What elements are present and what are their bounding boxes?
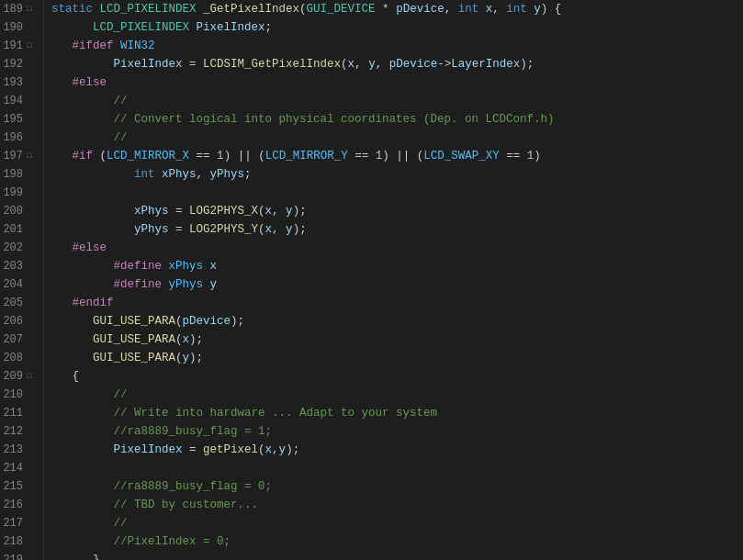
line-number: 209□ <box>0 367 39 386</box>
token-plain: , <box>272 443 279 456</box>
token-plain: ) { <box>541 3 562 16</box>
token-cmt: // <box>114 131 128 144</box>
token-param: x <box>210 260 218 273</box>
code-line: GUI_USE_PARA(x); <box>51 330 743 349</box>
token-param: pDevice <box>183 315 231 328</box>
line-number: 212 <box>0 422 39 441</box>
token-op: == <box>197 150 210 162</box>
token-macro: LCD_MIRROR_Y <box>265 150 348 162</box>
token-preproc: #define <box>114 278 163 291</box>
token-param: pDevice <box>396 3 445 16</box>
token-param: y <box>368 58 376 71</box>
token-param: yPhys <box>210 168 245 181</box>
token-plain: = <box>183 443 204 456</box>
token-param: xPhys <box>162 168 197 181</box>
token-plain: ( <box>258 223 265 236</box>
token-param: LayerIndex <box>451 58 520 71</box>
token-plain: } <box>93 554 100 560</box>
token-plain <box>189 21 197 34</box>
line-number: 195 <box>0 110 39 129</box>
token-plain: = <box>169 205 190 218</box>
token-fn: getPixel <box>203 443 258 456</box>
line-number: 202 <box>0 239 39 257</box>
token-macro: yPhys <box>169 278 204 291</box>
fold-icon[interactable]: □ <box>25 151 34 161</box>
line-number: 189□ <box>0 0 39 18</box>
line-number: 219 <box>0 551 39 560</box>
code-line: #define xPhys x <box>51 257 743 275</box>
code-content: static LCD_PIXELINDEX _GetPixelIndex(GUI… <box>44 0 743 560</box>
token-plain <box>162 260 169 273</box>
code-line: PixelIndex = LCDSIM_GetPixelIndex(x, y, … <box>51 55 743 73</box>
code-line: GUI_USE_PARA(pDevice); <box>51 312 743 330</box>
token-kw: int <box>458 3 486 16</box>
token-plain: = <box>169 223 190 236</box>
code-line: #endif <box>51 294 743 312</box>
token-kw: int <box>134 168 162 181</box>
token-param: x <box>348 58 355 71</box>
token-plain: ( <box>258 205 265 218</box>
code-line: // TBD by customer... <box>51 496 743 514</box>
code-line: xPhys = LOG2PHYS_X(x, y); <box>51 202 743 220</box>
code-line <box>51 459 743 477</box>
line-number: 194 <box>0 92 39 110</box>
fold-icon[interactable]: □ <box>25 372 34 381</box>
token-param: x <box>265 443 273 456</box>
token-cmt: //ra8889_busy_flag = 1; <box>114 425 273 438</box>
token-fn: GUI_USE_PARA <box>93 352 175 364</box>
code-line: PixelIndex = getPixel(x,y); <box>51 441 743 459</box>
line-number: 201 <box>0 220 39 239</box>
code-line: static LCD_PIXELINDEX _GetPixelIndex(GUI… <box>51 0 743 18</box>
token-plain: { <box>73 370 80 383</box>
code-line: // <box>51 129 743 147</box>
code-line: //ra8889_busy_flag = 0; <box>51 477 743 496</box>
token-plain <box>203 278 210 291</box>
fold-icon[interactable]: □ <box>25 41 34 50</box>
token-preproc: #define <box>114 260 163 273</box>
token-param: x <box>183 333 190 346</box>
token-param: y <box>183 352 190 364</box>
token-preproc: #ifdef <box>73 39 114 52</box>
token-param: PixelIndex <box>114 443 183 456</box>
token-plain: ); <box>293 223 307 236</box>
token-plain: ); <box>520 58 534 71</box>
token-plain: , <box>197 168 210 181</box>
line-number: 215 <box>0 477 39 496</box>
line-number: 198 <box>0 165 39 184</box>
token-param: pDevice <box>389 58 438 71</box>
token-plain <box>189 150 197 162</box>
code-line: // Write into hardware ... Adapt to your… <box>51 404 743 422</box>
token-cmt: // Write into hardware ... Adapt to your… <box>114 407 438 420</box>
line-number: 207 <box>0 330 39 349</box>
token-plain: ( <box>175 333 183 346</box>
token-fn: LCDSIM_GetPixelIndex <box>203 58 341 71</box>
code-line <box>51 184 743 202</box>
token-param: y <box>286 223 293 236</box>
token-plain: , <box>492 3 506 16</box>
token-preproc: #else <box>73 76 107 89</box>
line-number: 206 <box>0 312 39 330</box>
token-plain <box>162 278 169 291</box>
token-num: 1 <box>217 150 224 162</box>
line-number: 203 <box>0 257 39 275</box>
token-type: GUI_DEVICE <box>307 3 376 16</box>
line-number: 217 <box>0 514 39 532</box>
code-line: #ifdef WIN32 <box>51 37 743 55</box>
fold-icon[interactable]: □ <box>25 5 34 14</box>
token-fn: LOG2PHYS_Y <box>189 223 258 236</box>
line-number: 218 <box>0 532 39 551</box>
line-number-gutter: 189□190191□192193194195196197□1981992002… <box>0 0 44 560</box>
token-param: y <box>534 3 541 16</box>
code-line: // Convert logical into physical coordin… <box>51 110 743 129</box>
token-param: x <box>265 205 273 218</box>
token-plain: ) || ( <box>224 150 265 162</box>
token-cmt: //PixelIndex = 0; <box>114 535 231 548</box>
code-line: } <box>51 551 743 560</box>
token-macro: xPhys <box>169 260 204 273</box>
token-op: == <box>355 150 368 162</box>
token-plain: ) || ( <box>382 150 423 162</box>
token-param: y <box>279 443 287 456</box>
token-plain: ( <box>175 352 183 364</box>
line-number: 191□ <box>0 37 39 55</box>
line-number: 193 <box>0 73 39 92</box>
